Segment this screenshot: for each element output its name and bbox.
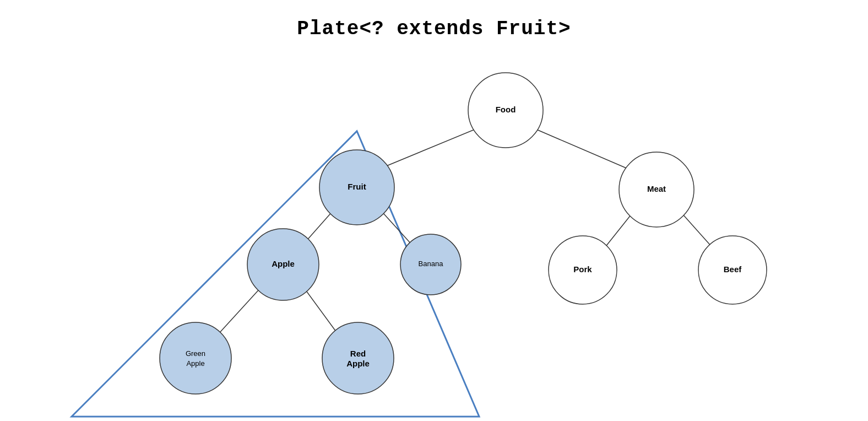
node-beef-label: Beef xyxy=(724,265,742,274)
node-green-apple xyxy=(160,322,231,394)
diagram-svg: Food Fruit Meat Apple Banana Pork Beef G… xyxy=(0,0,868,421)
node-banana-label: Banana xyxy=(419,260,444,268)
node-pork-label: Pork xyxy=(573,265,592,274)
node-apple-label: Apple xyxy=(272,259,295,268)
node-green-apple-label: Green xyxy=(186,349,205,358)
node-red-apple-label2: Apple xyxy=(346,359,370,368)
node-food-label: Food xyxy=(496,105,516,114)
node-green-apple-label2: Apple xyxy=(186,359,204,368)
node-red-apple-label: Red xyxy=(350,349,366,358)
edge-food-meat xyxy=(520,122,642,175)
node-meat-label: Meat xyxy=(647,184,666,193)
page: Plate<? extends Fruit> Food Fruit xyxy=(0,0,868,421)
node-fruit-label: Fruit xyxy=(348,182,366,191)
